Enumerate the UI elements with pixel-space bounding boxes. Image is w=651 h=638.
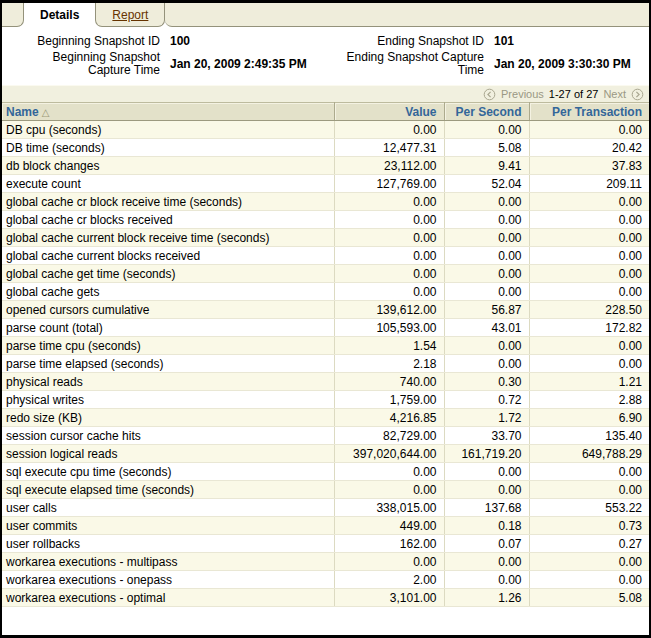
cell-name: physical reads (2, 373, 334, 391)
table-row: DB time (seconds)12,477.315.0820.42 (2, 139, 649, 157)
cell-value: 4,216.85 (334, 409, 444, 427)
cell-value: 0.00 (529, 355, 649, 373)
cell-value: 0.00 (529, 247, 649, 265)
column-header-per-transaction[interactable]: Per Transaction (529, 103, 649, 121)
cell-value: 209.11 (529, 175, 649, 193)
cell-value: 0.00 (529, 193, 649, 211)
table-row: opened cursors cumulative139,612.0056.87… (2, 301, 649, 319)
next-button[interactable]: Next (603, 88, 626, 100)
cell-value: 0.00 (444, 463, 529, 481)
cell-value: 2.00 (334, 571, 444, 589)
column-header-value[interactable]: Value (334, 103, 444, 121)
cell-name: global cache cr block receive time (seco… (2, 193, 334, 211)
table-row: parse time elapsed (seconds)2.180.000.00 (2, 355, 649, 373)
table-row: global cache get time (seconds)0.000.000… (2, 265, 649, 283)
table-row: session cursor cache hits82,729.0033.701… (2, 427, 649, 445)
cell-name: workarea executions - optimal (2, 589, 334, 607)
cell-value: 449.00 (334, 517, 444, 535)
cell-value: 338,015.00 (334, 499, 444, 517)
cell-name: DB time (seconds) (2, 139, 334, 157)
snapshot-info-section: Beginning Snapshot ID 100 Beginning Snap… (2, 27, 649, 85)
column-header-per-second[interactable]: Per Second (444, 103, 529, 121)
ending-snapshot-time-label: Ending Snapshot Capture Time (332, 51, 484, 77)
previous-button[interactable]: Previous (501, 88, 544, 100)
cell-name: DB cpu (seconds) (2, 121, 334, 139)
next-icon[interactable] (631, 88, 644, 101)
cell-value: 82,729.00 (334, 427, 444, 445)
cell-value: 0.00 (444, 571, 529, 589)
tab-bar-filler (165, 3, 649, 27)
cell-value: 172.82 (529, 319, 649, 337)
table-row: global cache cr blocks received0.000.000… (2, 211, 649, 229)
column-header-name[interactable]: Name△ (2, 103, 334, 121)
beginning-snapshot-id-value: 100 (170, 34, 332, 48)
cell-name: workarea executions - multipass (2, 553, 334, 571)
cell-value: 139,612.00 (334, 301, 444, 319)
cell-value: 23,112.00 (334, 157, 444, 175)
cell-value: 0.00 (529, 121, 649, 139)
snapshot-details-panel: Details Report Beginning Snapshot ID 100… (0, 0, 651, 638)
cell-name: global cache current block receive time … (2, 229, 334, 247)
tab-report-label: Report (112, 8, 148, 22)
cell-value: 0.00 (444, 355, 529, 373)
cell-value: 2.18 (334, 355, 444, 373)
table-row: global cache current blocks received0.00… (2, 247, 649, 265)
cell-value: 0.00 (444, 211, 529, 229)
cell-value: 0.00 (334, 193, 444, 211)
cell-value: 0.00 (444, 553, 529, 571)
cell-name: global cache cr blocks received (2, 211, 334, 229)
pagination-bar: Previous 1-27 of 27 Next (2, 85, 649, 102)
table-row: physical reads740.000.301.21 (2, 373, 649, 391)
table-row: user commits449.000.180.73 (2, 517, 649, 535)
cell-value: 0.00 (444, 337, 529, 355)
cell-value: 0.00 (334, 481, 444, 499)
cell-value: 0.00 (529, 211, 649, 229)
cell-value: 52.04 (444, 175, 529, 193)
cell-value: 162.00 (334, 535, 444, 553)
cell-value: 1.26 (444, 589, 529, 607)
beginning-snapshot-info: Beginning Snapshot ID 100 Beginning Snap… (2, 34, 332, 85)
cell-value: 2.88 (529, 391, 649, 409)
table-row: execute count127,769.0052.04209.11 (2, 175, 649, 193)
cell-name: execute count (2, 175, 334, 193)
cell-value: 1.54 (334, 337, 444, 355)
cell-value: 56.87 (444, 301, 529, 319)
cell-name: sql execute elapsed time (seconds) (2, 481, 334, 499)
cell-name: redo size (KB) (2, 409, 334, 427)
statistics-table: Name△ Value Per Second Per Transaction D… (2, 102, 649, 607)
cell-name: workarea executions - onepass (2, 571, 334, 589)
cell-name: physical writes (2, 391, 334, 409)
cell-value: 0.00 (444, 283, 529, 301)
cell-value: 0.00 (529, 481, 649, 499)
ending-snapshot-id-value: 101 (494, 34, 649, 48)
cell-value: 3,101.00 (334, 589, 444, 607)
cell-value: 0.73 (529, 517, 649, 535)
cell-value: 0.00 (334, 463, 444, 481)
table-row: DB cpu (seconds)0.000.000.00 (2, 121, 649, 139)
tab-details-label: Details (40, 8, 79, 22)
cell-value: 0.00 (334, 265, 444, 283)
cell-value: 228.50 (529, 301, 649, 319)
cell-value: 20.42 (529, 139, 649, 157)
cell-value: 0.00 (444, 193, 529, 211)
cell-value: 0.00 (529, 265, 649, 283)
cell-value: 0.00 (529, 337, 649, 355)
cell-value: 0.72 (444, 391, 529, 409)
cell-value: 1,759.00 (334, 391, 444, 409)
cell-name: session logical reads (2, 445, 334, 463)
previous-icon[interactable] (483, 88, 496, 101)
cell-value: 0.00 (529, 463, 649, 481)
table-row: user calls338,015.00137.68553.22 (2, 499, 649, 517)
cell-value: 6.90 (529, 409, 649, 427)
table-row: session logical reads397,020,644.00161,7… (2, 445, 649, 463)
sort-ascending-icon: △ (42, 107, 50, 118)
column-header-name-label: Name (6, 105, 39, 119)
cell-value: 0.00 (529, 571, 649, 589)
tab-report[interactable]: Report (95, 3, 165, 27)
cell-name: sql execute cpu time (seconds) (2, 463, 334, 481)
tab-details[interactable]: Details (24, 3, 95, 27)
table-row: sql execute cpu time (seconds)0.000.000.… (2, 463, 649, 481)
cell-value: 0.00 (444, 229, 529, 247)
cell-value: 0.00 (334, 283, 444, 301)
cell-value: 0.00 (444, 121, 529, 139)
